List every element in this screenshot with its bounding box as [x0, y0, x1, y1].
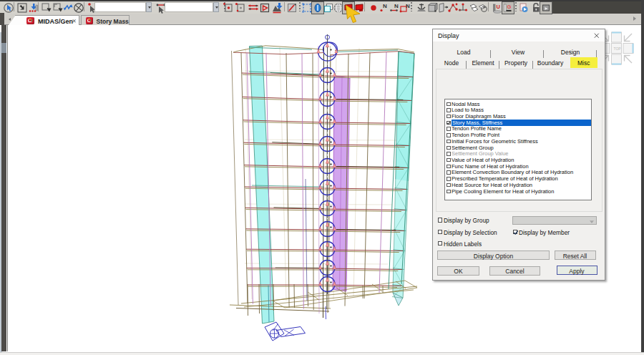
svg-text:N: N	[406, 3, 410, 9]
svg-text:U: U	[496, 4, 499, 10]
svg-text:N: N	[394, 3, 399, 9]
svg-text:TOP: TOP	[614, 47, 622, 51]
svg-text:N: N	[383, 3, 387, 9]
svg-text:G: G	[507, 4, 512, 10]
